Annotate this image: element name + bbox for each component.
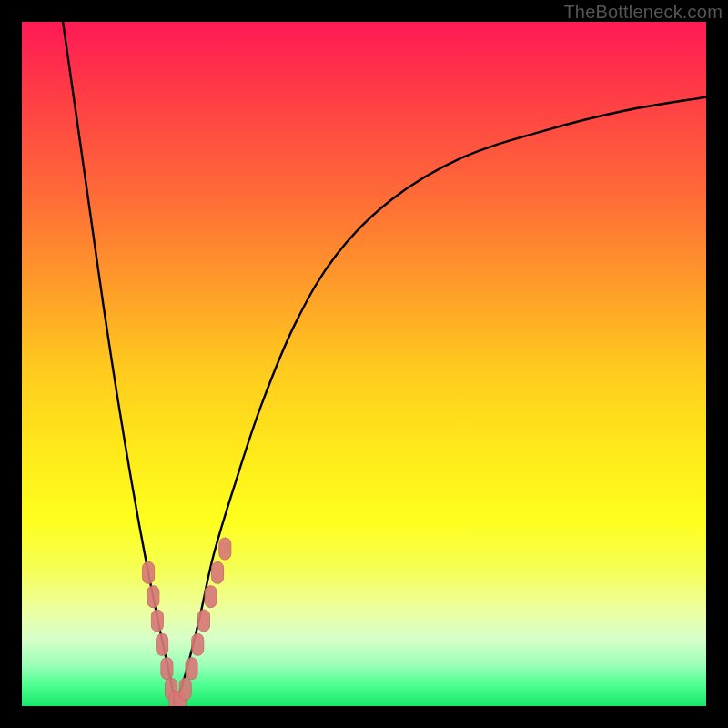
data-marker	[151, 610, 163, 632]
data-marker	[143, 561, 155, 583]
data-marker	[157, 633, 168, 655]
data-marker	[161, 658, 173, 680]
data-marker	[212, 561, 224, 583]
curve-right-branch	[176, 97, 706, 706]
data-marker	[198, 610, 210, 632]
data-marker	[186, 658, 197, 680]
bottleneck-curve	[22, 22, 706, 706]
outer-frame: TheBottleneck.com	[0, 0, 728, 728]
data-marker	[219, 538, 231, 560]
plot-area	[22, 22, 706, 706]
watermark-text: TheBottleneck.com	[563, 2, 723, 23]
data-marker	[205, 586, 217, 608]
data-marker	[192, 633, 204, 655]
data-marker	[179, 678, 191, 700]
data-marker	[147, 586, 159, 608]
